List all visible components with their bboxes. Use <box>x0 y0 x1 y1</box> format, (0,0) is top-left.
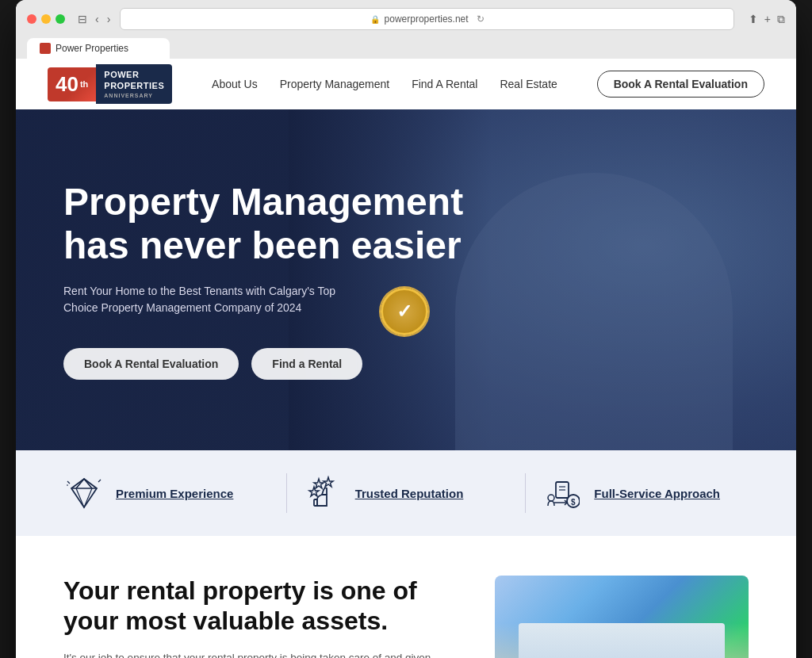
features-bar: Premium Experience Truste <box>16 450 796 536</box>
nav-find-rental[interactable]: Find A Rental <box>412 78 477 90</box>
new-tab-icon[interactable]: + <box>764 13 771 25</box>
hero-subtitle: Rent Your Home to the Best Tenants with … <box>63 283 365 316</box>
nav-cta-button[interactable]: Book A Rental Evaluation <box>597 71 764 98</box>
svg-marker-8 <box>314 479 324 488</box>
logo-number: 40 <box>56 72 79 97</box>
refresh-icon[interactable]: ↻ <box>477 13 485 25</box>
feature-fullservice[interactable]: $ Full-Service Approach <box>542 472 749 514</box>
hero-content: Property Management has never been easie… <box>63 180 508 380</box>
check-icon: ✓ <box>396 300 412 323</box>
website-content: 40 th POWERPROPERTIES ANNIVERSARY About … <box>16 59 796 658</box>
property-image <box>495 576 749 658</box>
logo-sup: th <box>80 79 88 89</box>
lock-icon: 🔒 <box>370 15 380 24</box>
active-tab[interactable]: Power Properties <box>27 38 170 59</box>
svg-line-7 <box>98 480 101 482</box>
logo-company-name: POWERPROPERTIES <box>104 69 164 92</box>
fullservice-label: Full-Service Approach <box>594 487 720 500</box>
logo-text: POWERPROPERTIES ANNIVERSARY <box>96 64 172 104</box>
svg-marker-10 <box>309 487 319 496</box>
browser-window: ⊟ ‹ › 🔒 powerproperties.net ↻ ⬆ + ⧉ Powe… <box>16 0 796 658</box>
svg-marker-9 <box>324 477 333 487</box>
bottom-description: It's our job to ensure that your rental … <box>63 649 447 658</box>
feature-premium[interactable]: Premium Experience <box>63 472 270 514</box>
svg-point-15 <box>548 495 554 501</box>
nav-property-management[interactable]: Property Management <box>280 78 390 90</box>
book-rental-btn[interactable]: Book A Rental Evaluation <box>63 348 239 380</box>
bottom-section: Your rental property is one of your most… <box>16 536 796 658</box>
logo-anniversary: ANNIVERSARY <box>104 92 164 99</box>
feature-trusted[interactable]: Trusted Reputation <box>303 472 510 514</box>
tab-title: Power Properties <box>56 43 128 54</box>
award-badge: ✓ <box>381 288 428 335</box>
badge-row: Rent Your Home to the Best Tenants with … <box>63 283 508 340</box>
feature-divider-2 <box>525 473 526 513</box>
nav-links: About Us Property Management Find A Rent… <box>212 77 557 91</box>
find-rental-btn[interactable]: Find a Rental <box>251 348 362 380</box>
maximize-button[interactable] <box>56 14 65 24</box>
navigation: 40 th POWERPROPERTIES ANNIVERSARY About … <box>16 59 796 109</box>
windows-icon[interactable]: ⧉ <box>777 13 785 26</box>
minimize-button[interactable] <box>41 14 51 24</box>
trusted-label: Trusted Reputation <box>355 487 464 500</box>
svg-line-5 <box>67 481 70 484</box>
window-icon[interactable]: ⊟ <box>76 13 89 25</box>
browser-chrome: ⊟ ‹ › 🔒 powerproperties.net ↻ ⬆ + ⧉ Powe… <box>16 0 796 59</box>
address-bar[interactable]: 🔒 powerproperties.net ↻ <box>120 8 733 30</box>
bottom-title: Your rental property is one of your most… <box>63 576 447 637</box>
trusted-icon <box>303 472 344 514</box>
fullservice-icon: $ <box>542 472 583 514</box>
traffic-lights <box>27 14 65 24</box>
tab-favicon <box>40 43 51 54</box>
nav-real-estate[interactable]: Real Estate <box>500 78 557 90</box>
feature-divider-1 <box>286 473 287 513</box>
url-text: powerproperties.net <box>385 13 469 25</box>
share-icon[interactable]: ⬆ <box>749 13 758 25</box>
hero-buttons: Book A Rental Evaluation Find a Rental <box>63 348 508 380</box>
hero-section: Property Management has never been easie… <box>16 109 796 450</box>
logo[interactable]: 40 th POWERPROPERTIES ANNIVERSARY <box>48 64 172 104</box>
bottom-text: Your rental property is one of your most… <box>63 576 447 658</box>
back-button[interactable]: ‹ <box>94 13 101 25</box>
hero-title: Property Management has never been easie… <box>63 180 508 267</box>
svg-rect-11 <box>314 499 317 506</box>
forward-button[interactable]: › <box>105 13 113 25</box>
svg-text:$: $ <box>571 498 576 507</box>
logo-box: 40 th <box>48 67 96 101</box>
premium-label: Premium Experience <box>116 487 233 500</box>
nav-about[interactable]: About Us <box>212 78 258 90</box>
svg-marker-0 <box>71 479 97 507</box>
premium-icon <box>63 472 105 514</box>
close-button[interactable] <box>27 14 36 24</box>
